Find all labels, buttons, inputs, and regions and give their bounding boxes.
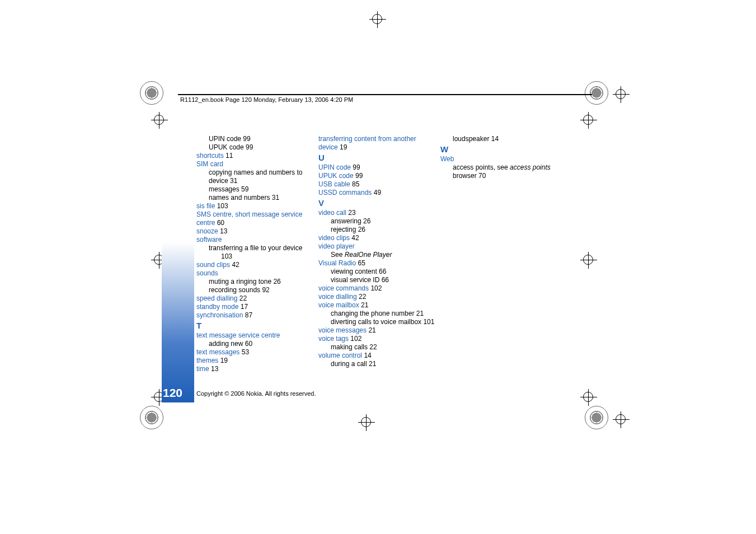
entry-upuk2: UPUK code 99 — [318, 172, 435, 180]
copyright-text: Copyright © 2006 Nokia. All rights reser… — [196, 390, 316, 397]
entry-shortcuts: shortcuts 11 — [196, 152, 313, 160]
entry-vradio: Visual Radio 65 — [318, 259, 435, 268]
letter-W: W — [440, 144, 558, 155]
entry-sounds-rec: recording sounds 92 — [196, 286, 313, 294]
letter-U: U — [318, 153, 435, 163]
crop-mark-tr — [585, 81, 608, 105]
crop-mark-tl — [140, 81, 163, 105]
entry-web: Web — [440, 155, 558, 163]
entry-software-transfer: transferring a file to your device — [196, 244, 313, 252]
entry-ussd: USSD commands 49 — [318, 189, 435, 197]
entry-web-browser: browser 70 — [440, 172, 558, 180]
entry-usb: USB cable 85 — [318, 180, 435, 189]
entry-vcall-rej: rejecting 26 — [318, 226, 435, 234]
entry-transfer: transferring content from another device… — [318, 135, 435, 152]
crop-mark-bl — [140, 406, 163, 429]
entry-vcmd: voice commands 102 — [318, 284, 435, 293]
entry-sim-copy: copying names and numbers to device 31 — [196, 168, 313, 185]
entry-sis: sis file 103 — [196, 202, 313, 210]
index-columns: UPIN code 99 UPUK code 99 shortcuts 11 S… — [196, 135, 558, 373]
index-col-2: transferring content from another device… — [318, 135, 435, 373]
entry-vcall: video call 23 — [318, 209, 435, 217]
entry-upin: UPIN code 99 — [196, 135, 313, 143]
entry-time: time 13 — [196, 365, 313, 373]
entry-vplayer: video player — [318, 242, 435, 251]
entry-vmsg: voice messages 21 — [318, 326, 435, 335]
entry-vmail-div: diverting calls to voice mailbox 101 — [318, 318, 435, 326]
entry-software: software — [196, 236, 313, 244]
entry-vcall-ans: answering 26 — [318, 217, 435, 226]
entry-themes: themes 19 — [196, 357, 313, 365]
entry-tmsg: text messages 53 — [196, 348, 313, 357]
header-text: R1112_en.book Page 120 Monday, February … — [180, 96, 353, 103]
reg-mark-bottom — [358, 414, 375, 431]
letter-V: V — [318, 198, 435, 209]
entry-sim-names: names and numbers 31 — [196, 194, 313, 202]
entry-snooze: snooze 13 — [196, 227, 313, 236]
entry-sounds: sounds — [196, 269, 313, 278]
index-col-1: UPIN code 99 UPUK code 99 shortcuts 11 S… — [196, 135, 313, 373]
entry-web-ap: access points, see access points — [440, 163, 558, 172]
entry-upin2: UPIN code 99 — [318, 163, 435, 172]
index-col-3: loudspeaker 14 W Web access points, see … — [440, 135, 558, 373]
page-gradient — [162, 135, 194, 402]
entry-soundclips: sound clips 42 — [196, 261, 313, 269]
entry-vtags: voice tags 102 — [318, 335, 435, 343]
entry-sounds-mute: muting a ringing tone 26 — [196, 278, 313, 286]
reg-mark-side-br — [613, 411, 630, 428]
crop-mark-br — [585, 406, 608, 429]
entry-tmsc-add: adding new 60 — [196, 340, 313, 348]
reg-mark-header-right — [580, 112, 597, 129]
entry-vradio-view: viewing content 66 — [318, 268, 435, 276]
letter-T: T — [196, 321, 313, 331]
entry-sim: SIM card — [196, 160, 313, 168]
entry-vplayer-see: See RealOne Player — [318, 251, 435, 259]
entry-sim-msg: messages 59 — [196, 185, 313, 194]
entry-speed: speed dialling 22 — [196, 294, 313, 303]
reg-mark-top — [369, 11, 386, 28]
entry-software-transfer-pg: 103 — [196, 252, 313, 261]
entry-standby: standby mode 17 — [196, 303, 313, 311]
entry-vradio-id: visual service ID 66 — [318, 276, 435, 284]
entry-vmail-chg: changing the phone number 21 — [318, 310, 435, 318]
entry-sync: synchronisation 87 — [196, 311, 313, 320]
reg-mark-header-left — [151, 112, 168, 129]
entry-tmsc: text message service centre — [196, 331, 313, 340]
entry-volctl-call: during a call 21 — [318, 360, 435, 368]
entry-vclips: video clips 42 — [318, 234, 435, 242]
reg-mark-right — [580, 252, 597, 269]
entry-vmail: voice mailbox 21 — [318, 301, 435, 310]
header-rule — [178, 94, 592, 95]
entry-upuk: UPUK code 99 — [196, 143, 313, 152]
entry-loud: loudspeaker 14 — [440, 135, 558, 143]
entry-vtags-make: making calls 22 — [318, 343, 435, 352]
entry-sms: SMS centre, short message service centre… — [196, 210, 313, 227]
entry-volctl: volume control 14 — [318, 352, 435, 360]
page-number: 120 — [163, 386, 182, 400]
entry-vdial: voice dialling 22 — [318, 293, 435, 301]
reg-mark-side-tr — [613, 86, 630, 103]
reg-mark-footer-right — [580, 389, 597, 406]
